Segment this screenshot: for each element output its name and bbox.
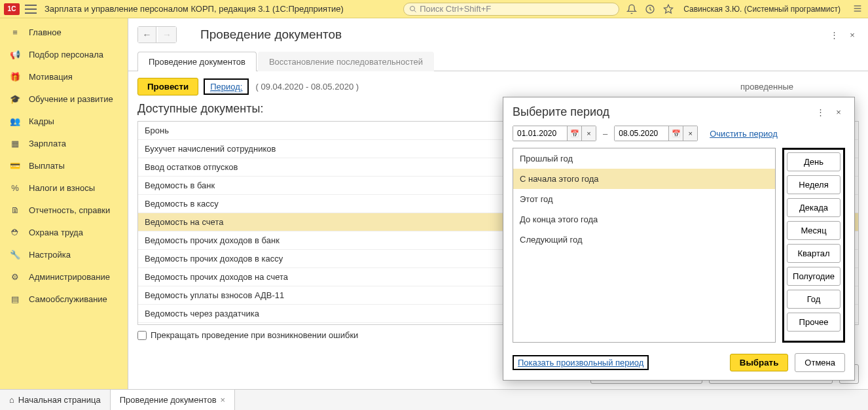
date-from-input[interactable] [513, 126, 567, 141]
bell-icon[interactable] [626, 3, 638, 15]
page-title: Проведение документов [200, 27, 342, 42]
megaphone-icon: 📢 [9, 48, 21, 60]
unit-day[interactable]: День [787, 152, 841, 171]
svg-marker-3 [664, 5, 673, 13]
tail-text: проведенные [740, 82, 793, 92]
gift-icon: 🎁 [9, 71, 21, 82]
popup-header: Выберите период ⋮ × [503, 97, 854, 126]
sidebar-item-taxes[interactable]: %Налоги и взносы [0, 177, 128, 199]
cancel-button[interactable]: Отмена [795, 353, 845, 372]
search-input[interactable]: Поиск Ctrl+Shift+F [403, 3, 619, 16]
date-row: 📅 × – 📅 × Очистить период [503, 126, 854, 148]
period-item[interactable]: До конца этого года [513, 209, 775, 230]
home-icon: ⌂ [9, 395, 14, 405]
popup-more-icon[interactable]: ⋮ [814, 106, 827, 119]
calendar-icon[interactable]: 📅 [567, 126, 581, 141]
gear-icon: ⚙ [9, 271, 21, 282]
doc-icon: 🗎 [9, 204, 21, 216]
period-item[interactable]: Прошлый год [513, 148, 775, 169]
history-icon[interactable] [644, 3, 656, 15]
toolbar: Провести Период: ( 09.04.2020 - 08.05.20… [128, 71, 868, 99]
nav-buttons: ← → [137, 26, 177, 43]
sidebar-item-motivation[interactable]: 🎁Мотивация [0, 65, 128, 88]
tab-restore[interactable]: Восстановление последовательностей [258, 52, 434, 71]
app-title: Зарплата и управление персоналом КОРП, р… [45, 4, 344, 14]
select-button[interactable]: Выбрать [730, 354, 789, 371]
bottom-tabs: ⌂ Начальная страница Проведение документ… [0, 389, 868, 410]
arbitrary-period-box: Показать произвольный период [513, 355, 649, 370]
bottom-tab-current[interactable]: Проведение документов × [111, 390, 236, 410]
date-to-input[interactable] [615, 126, 668, 141]
post-button[interactable]: Провести [137, 78, 198, 95]
bottom-tab-home[interactable]: ⌂ Начальная страница [0, 390, 111, 410]
period-text: ( 09.04.2020 - 08.05.2020 ) [255, 82, 359, 92]
sidebar: ≡Главное 📢Подбор персонала 🎁Мотивация 🎓О… [0, 18, 128, 389]
svg-point-0 [410, 6, 415, 10]
main-area: ← → Проведение документов ⋮ × Проведение… [128, 18, 868, 389]
sidebar-item-recruit[interactable]: 📢Подбор персонала [0, 43, 128, 65]
home-icon: ≡ [9, 26, 21, 38]
top-icons: Савинская З.Ю. (Системный программист) [626, 3, 864, 15]
sidebar-item-reports[interactable]: 🗎Отчетность, справки [0, 199, 128, 221]
unit-column: День Неделя Декада Месяц Квартал Полугод… [782, 148, 845, 343]
settings-icon[interactable] [852, 3, 864, 15]
nav-forward[interactable]: → [158, 27, 176, 43]
dash: – [600, 129, 610, 139]
menu-icon[interactable] [25, 5, 37, 14]
sidebar-item-payments[interactable]: 💳Выплаты [0, 154, 128, 177]
period-item[interactable]: Следующий год [513, 230, 775, 250]
user-label: Савинская З.Ю. (Системный программист) [683, 5, 841, 14]
money-icon: ▦ [9, 137, 21, 149]
sidebar-item-main[interactable]: ≡Главное [0, 21, 128, 43]
tab-posting[interactable]: Проведение документов [137, 52, 257, 71]
more-icon[interactable]: ⋮ [827, 28, 841, 41]
logo-1c: 1C [4, 3, 20, 15]
period-popup: Выберите период ⋮ × 📅 × – 📅 × Очистить [503, 97, 855, 381]
period-button[interactable]: Период: [204, 78, 249, 95]
search-icon [409, 5, 417, 13]
clear-period-link[interactable]: Очистить период [710, 129, 778, 139]
period-item[interactable]: С начала этого года [513, 169, 775, 189]
sidebar-item-safety[interactable]: ⛑Охрана труда [0, 221, 128, 243]
people-icon: 👥 [9, 115, 21, 127]
star-icon[interactable] [662, 3, 674, 15]
stop-on-error-checkbox[interactable] [137, 331, 147, 340]
clear-to-button[interactable]: × [683, 126, 697, 141]
unit-month[interactable]: Месяц [787, 221, 841, 240]
calendar-icon[interactable]: 📅 [668, 126, 683, 141]
sidebar-item-hr[interactable]: 👥Кадры [0, 110, 128, 132]
wallet-icon: 💳 [9, 160, 21, 171]
unit-week[interactable]: Неделя [787, 175, 841, 194]
popup-footer: Показать произвольный период Выбрать Отм… [503, 349, 854, 380]
unit-decade[interactable]: Декада [787, 198, 841, 217]
unit-year[interactable]: Год [787, 290, 841, 309]
sidebar-item-education[interactable]: 🎓Обучение и развитие [0, 88, 128, 110]
unit-quarter[interactable]: Квартал [787, 244, 841, 263]
close-tab-icon[interactable]: × [221, 395, 226, 405]
sidebar-item-settings[interactable]: 🔧Настройка [0, 243, 128, 265]
date-to-group: 📅 × [614, 126, 698, 141]
shield-icon: ⛑ [9, 226, 21, 238]
popup-close-icon[interactable]: × [832, 106, 845, 119]
stop-on-error-label: Прекращать проведение при возникновении … [151, 330, 358, 340]
popup-title: Выберите период [513, 105, 609, 119]
arbitrary-period-link[interactable]: Показать произвольный период [518, 358, 643, 367]
period-item[interactable]: Этот год [513, 189, 775, 209]
date-from-group: 📅 × [513, 126, 596, 141]
topbar: 1C Зарплата и управление персоналом КОРП… [0, 0, 868, 18]
nav-back[interactable]: ← [138, 27, 156, 43]
sidebar-item-salary[interactable]: ▦Зарплата [0, 132, 128, 154]
popup-body: Прошлый год С начала этого года Этот год… [503, 148, 854, 349]
unit-halfyear[interactable]: Полугодие [787, 267, 841, 286]
clear-from-button[interactable]: × [581, 126, 596, 141]
unit-other[interactable]: Прочее [787, 313, 841, 332]
wrench-icon: 🔧 [9, 248, 21, 260]
close-icon[interactable]: × [846, 28, 859, 41]
sidebar-item-self[interactable]: ▤Самообслуживание [0, 288, 128, 310]
graduation-icon: 🎓 [9, 93, 21, 105]
percent-icon: % [9, 182, 21, 194]
sidebar-item-admin[interactable]: ⚙Администрирование [0, 265, 128, 288]
svg-line-1 [414, 10, 416, 12]
period-list: Прошлый год С начала этого года Этот год… [513, 148, 776, 343]
tabs: Проведение документов Восстановление пос… [128, 51, 868, 71]
